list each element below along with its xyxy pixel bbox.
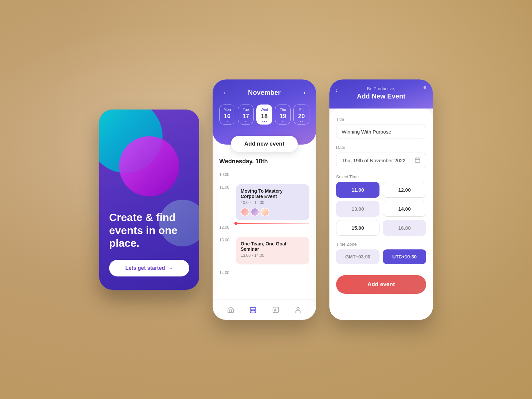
calendar-header: ‹ November › Mon 16 Tue 17	[213, 79, 316, 145]
svg-rect-2	[253, 310, 253, 311]
day-dot	[245, 121, 246, 122]
day-tue-17[interactable]: Tue 17	[238, 105, 254, 125]
time-slot-12: 12.00	[219, 224, 309, 234]
date-label: Date	[336, 145, 426, 150]
header-title: Add New Event	[357, 92, 406, 100]
month-nav: ‹ November ›	[219, 88, 309, 98]
timezone-group: Time Zone GMT+03:00 UTC+10:30	[336, 242, 426, 264]
schedule-body: Wednesday, 18th 10.00 11.00 Moving To Ma…	[213, 145, 316, 300]
next-month-button[interactable]: ›	[299, 88, 309, 98]
time-slot-10: 10.00	[219, 172, 309, 182]
day-dot	[264, 121, 265, 122]
title-group: Title	[336, 117, 426, 139]
event-time-mastery: 10.00 - 12.00	[241, 200, 305, 205]
day-num-19: 19	[280, 113, 286, 120]
day-name-thu: Thu	[280, 108, 286, 112]
time-group: Select Time 11.00 12.00 13.00 14.00 15.0…	[336, 174, 426, 236]
event-title-seminar: One Team, One Goal! Seminar	[241, 241, 305, 252]
month-title: November	[248, 89, 281, 96]
time-slot-11: 11.00 Moving To Mastery Corporate Event …	[219, 184, 309, 223]
time-content-13: One Team, One Goal! Seminar 13.00 - 14.0…	[236, 237, 309, 267]
svg-rect-6	[415, 158, 420, 163]
chart-nav-button[interactable]	[271, 305, 280, 315]
time-btn-15[interactable]: 15.00	[336, 220, 379, 236]
day-thu-19[interactable]: Thu 19	[275, 105, 291, 125]
welcome-headline: Create & find events in one place.	[109, 211, 189, 249]
header-decoration-dot	[424, 86, 426, 89]
date-value: Thu, 19th of November 2022	[342, 158, 406, 163]
day-dots-thu	[282, 121, 283, 122]
day-mon-16[interactable]: Mon 16	[219, 105, 235, 125]
header-subtitle: Be Productive,	[367, 86, 395, 91]
day-num-16: 16	[224, 113, 231, 120]
timezone-gmt-button[interactable]: GMT+03:00	[336, 249, 379, 264]
add-event-submit-button[interactable]: Add event	[336, 275, 426, 294]
day-dot	[266, 121, 267, 122]
day-name-mon: Mon	[224, 108, 231, 112]
day-fri-20[interactable]: Fri 20	[293, 105, 309, 125]
time-content-12	[236, 224, 309, 234]
event-card-mastery[interactable]: Moving To Mastery Corporate Event 10.00 …	[236, 184, 309, 220]
calendar-nav-button[interactable]	[248, 305, 258, 315]
day-dot	[262, 121, 263, 122]
prev-month-button[interactable]: ‹	[219, 88, 229, 98]
timezone-label: Time Zone	[336, 242, 426, 247]
time-btn-12[interactable]: 12.00	[383, 182, 426, 198]
days-row: Mon 16 Tue 17 Wed 18	[219, 105, 309, 125]
calendar-icon	[415, 157, 421, 164]
home-nav-button[interactable]	[226, 305, 235, 315]
welcome-screen: Create & find events in one place. Lets …	[99, 110, 199, 290]
back-button[interactable]: ‹	[335, 87, 337, 94]
get-started-label: Lets get started	[125, 265, 165, 271]
calendar-screen: ‹ November › Mon 16 Tue 17	[213, 79, 316, 320]
time-btn-11[interactable]: 11.00	[336, 182, 379, 198]
time-slot-14: 14.00	[219, 270, 309, 280]
date-group: Date Thu, 19th of November 2022	[336, 145, 426, 168]
time-12: 12.00	[219, 224, 232, 234]
time-11: 11.00	[219, 184, 232, 223]
current-time-dot	[234, 222, 238, 225]
day-num-20: 20	[298, 113, 305, 120]
timeline: 10.00 11.00 Moving To Mastery Corporate …	[219, 172, 309, 280]
profile-nav-button[interactable]	[293, 305, 303, 315]
event-time-seminar: 13.00 - 14.00	[241, 253, 305, 258]
day-dots-tue	[245, 121, 246, 122]
event-avatars	[241, 208, 305, 216]
add-event-header: ‹ Be Productive, Add New Event	[329, 79, 433, 109]
time-content-11: Moving To Mastery Corporate Event 10.00 …	[236, 184, 309, 223]
get-started-button[interactable]: Lets get started →	[109, 260, 189, 276]
time-btn-13[interactable]: 13.00	[336, 201, 379, 217]
day-wed-18[interactable]: Wed 18	[256, 105, 272, 125]
time-grid: 11.00 12.00 13.00 14.00 15.00 16.00	[336, 182, 426, 236]
date-picker[interactable]: Thu, 19th of November 2022	[336, 153, 426, 168]
time-btn-16[interactable]: 16.00	[383, 220, 426, 236]
day-dots-fri	[300, 121, 303, 122]
event-title-mastery: Moving To Mastery Corporate Event	[241, 188, 305, 199]
time-14: 14.00	[219, 270, 232, 280]
arrow-icon: →	[168, 265, 173, 271]
day-name-tue: Tue	[243, 108, 249, 112]
time-slot-13: 13.00 One Team, One Goal! Seminar 13.00 …	[219, 237, 309, 267]
timezone-utc-button[interactable]: UTC+10:30	[383, 249, 426, 264]
time-content-14	[236, 270, 309, 280]
day-dots-wed	[262, 121, 267, 122]
svg-rect-3	[254, 310, 255, 311]
day-dots-mon	[227, 121, 228, 122]
event-card-seminar[interactable]: One Team, One Goal! Seminar 13.00 - 14.0…	[236, 237, 309, 264]
screens-container: Create & find events in one place. Lets …	[99, 79, 433, 320]
title-input[interactable]	[336, 125, 426, 139]
current-time-line	[236, 223, 309, 224]
schedule-date: Wednesday, 18th	[219, 158, 309, 165]
day-dot	[302, 121, 303, 122]
bottom-nav	[213, 300, 316, 320]
avatar-2	[251, 208, 259, 216]
day-dot	[300, 121, 301, 122]
time-label: Select Time	[336, 174, 426, 179]
day-num-18: 18	[261, 113, 268, 120]
time-btn-14[interactable]: 14.00	[383, 201, 426, 217]
timezone-row: GMT+03:00 UTC+10:30	[336, 249, 426, 264]
title-label: Title	[336, 117, 426, 122]
time-content-10	[236, 172, 309, 182]
svg-rect-1	[252, 310, 252, 311]
add-event-button[interactable]: Add new event	[231, 136, 298, 152]
